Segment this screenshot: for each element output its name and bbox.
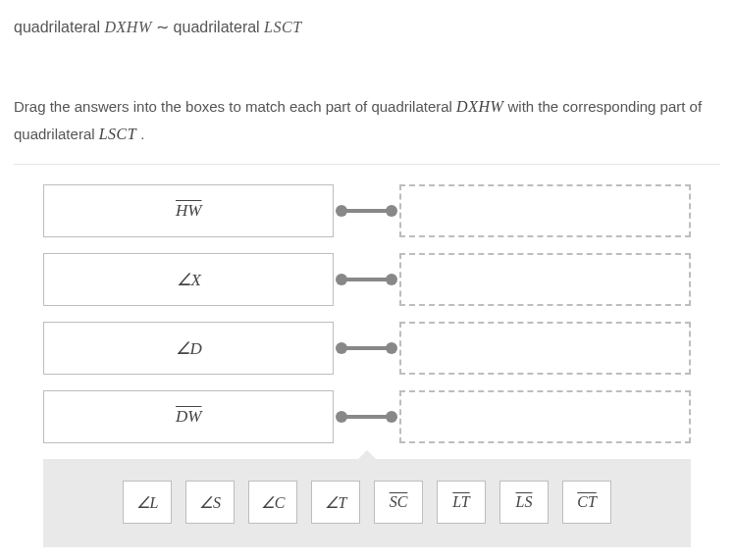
chip-label: ∠C bbox=[261, 493, 286, 512]
instructions-strong-2a: quadrilateral bbox=[14, 126, 99, 142]
connector-icon bbox=[334, 253, 399, 306]
match-row: HW bbox=[43, 184, 691, 237]
instructions-text-1: Drag the answers into the boxes to match… bbox=[14, 98, 371, 115]
drop-target[interactable] bbox=[399, 184, 691, 237]
chip-label: ∠T bbox=[325, 493, 347, 512]
page-root: quadrilateral DXHW ∼ quadrilateral LSCT … bbox=[0, 0, 734, 547]
heading-shape-1: DXHW bbox=[105, 19, 152, 35]
answer-chip[interactable]: CT bbox=[562, 481, 611, 524]
problem-heading: quadrilateral DXHW ∼ quadrilateral LSCT bbox=[0, 0, 734, 36]
matching-panel: HW ∠X ∠D DW bbox=[14, 164, 720, 547]
source-label: DW bbox=[176, 407, 201, 427]
instructions-text-2: with the corresponding part of bbox=[503, 98, 702, 115]
source-box: DW bbox=[43, 390, 334, 443]
instructions-strong-1b: DXHW bbox=[456, 98, 503, 115]
match-row: ∠X bbox=[43, 253, 691, 306]
heading-text-1: quadrilateral bbox=[14, 19, 105, 35]
chip-label: ∠L bbox=[136, 493, 159, 512]
source-box: ∠X bbox=[43, 253, 334, 306]
heading-text-2: quadrilateral bbox=[174, 19, 265, 35]
instructions-strong-2b: LSCT bbox=[99, 126, 136, 142]
instructions: Drag the answers into the boxes to match… bbox=[0, 36, 734, 164]
drop-target[interactable] bbox=[399, 322, 691, 375]
source-label: ∠X bbox=[177, 270, 201, 290]
drop-target[interactable] bbox=[399, 253, 691, 306]
chip-label: LS bbox=[516, 493, 533, 511]
source-label: HW bbox=[176, 201, 201, 221]
answer-chip[interactable]: ∠C bbox=[248, 481, 297, 524]
answer-chip[interactable]: ∠T bbox=[311, 481, 360, 524]
answer-tray-wrap: ∠L ∠S ∠C ∠T SC LT LS CT bbox=[43, 459, 691, 547]
instructions-text-3: . bbox=[136, 126, 144, 142]
source-label: ∠D bbox=[176, 338, 202, 359]
answer-chip[interactable]: SC bbox=[374, 481, 423, 524]
connector-icon bbox=[334, 184, 399, 237]
heading-tilde: ∼ bbox=[152, 19, 174, 35]
source-box: ∠D bbox=[43, 322, 334, 375]
answer-chip[interactable]: LT bbox=[437, 481, 486, 524]
answer-chip[interactable]: ∠L bbox=[123, 481, 172, 524]
chip-label: CT bbox=[577, 493, 597, 511]
match-row: DW bbox=[43, 390, 691, 443]
heading-shape-2: LSCT bbox=[264, 19, 301, 35]
connector-icon bbox=[334, 322, 399, 375]
instructions-strong-1a: quadrilateral bbox=[371, 98, 456, 115]
match-row: ∠D bbox=[43, 322, 691, 375]
drop-target[interactable] bbox=[399, 390, 691, 443]
chip-label: ∠S bbox=[199, 493, 221, 512]
source-box: HW bbox=[43, 184, 334, 237]
answer-chip[interactable]: ∠S bbox=[185, 481, 235, 524]
chip-label: SC bbox=[390, 493, 408, 511]
tray-pointer-icon bbox=[357, 450, 377, 460]
answer-tray: ∠L ∠S ∠C ∠T SC LT LS CT bbox=[43, 459, 691, 547]
chip-label: LT bbox=[452, 493, 469, 511]
connector-icon bbox=[334, 390, 399, 443]
answer-chip[interactable]: LS bbox=[499, 481, 549, 524]
